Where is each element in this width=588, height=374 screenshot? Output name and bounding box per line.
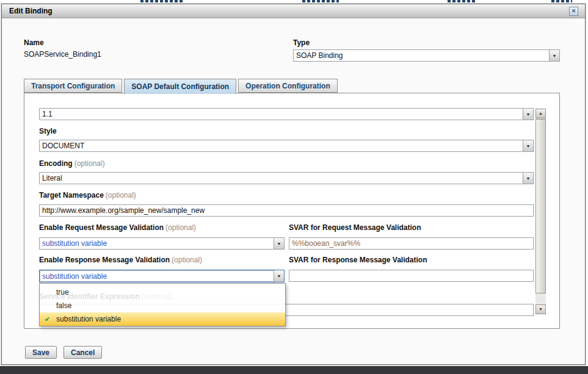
vertical-scrollbar[interactable]: ▲ ▼	[535, 109, 546, 314]
enable-response-validation-label: Enable Response Message Validation(optio…	[39, 256, 202, 264]
background-text-fragment	[551, 0, 572, 2]
style-label-text: Style	[39, 127, 57, 135]
enable-response-arrow-button[interactable]: ▼	[274, 270, 284, 282]
svar-response-label: SVAR for Response Message Validation	[289, 256, 427, 264]
scroll-down-icon: ▼	[539, 307, 543, 311]
enable-request-label-text: Enable Request Message Validation	[39, 223, 164, 232]
style-arrow-button[interactable]: ▼	[523, 140, 533, 151]
enable-response-label-text: Enable Response Message Validation	[39, 256, 170, 264]
svar-request-input[interactable]	[289, 237, 534, 250]
encoding-label: Encoding(optional)	[39, 159, 105, 168]
enable-request-validation-dropdown[interactable]: substitution variable ▼	[39, 237, 285, 250]
encoding-label-text: Encoding	[39, 159, 73, 168]
svar-response-input[interactable]	[289, 270, 534, 282]
tab-soap-default-configuration[interactable]: SOAP Default Configuration	[124, 79, 236, 94]
enable-response-validation-dropdown[interactable]: substitution variable ▼	[39, 270, 285, 282]
style-value: DOCUMENT	[40, 142, 523, 150]
chevron-down-icon: ▼	[277, 242, 281, 246]
name-label: Name	[24, 38, 44, 47]
enable-request-validation-label: Enable Request Message Validation(option…	[39, 223, 196, 232]
chevron-down-icon: ▼	[553, 54, 557, 58]
encoding-value: Literal	[40, 174, 523, 182]
encoding-dropdown[interactable]: Literal ▼	[39, 172, 534, 184]
chevron-down-icon: ▼	[526, 176, 531, 181]
background-text-fragment	[448, 0, 477, 2]
optional-suffix: (optional)	[74, 159, 105, 168]
enable-request-validation-value: substitution variable	[40, 239, 274, 248]
optional-suffix: (optional)	[172, 256, 202, 264]
chevron-down-icon: ▼	[526, 144, 531, 148]
cancel-button[interactable]: Cancel	[64, 346, 102, 359]
type-dropdown-value: SOAP Binding	[294, 51, 549, 60]
enable-request-arrow-button[interactable]: ▼	[274, 238, 284, 249]
close-icon: ✕	[572, 8, 576, 14]
optional-suffix: (optional)	[165, 223, 196, 232]
type-dropdown-arrow-button[interactable]: ▼	[549, 50, 559, 61]
chevron-down-icon: ▼	[277, 274, 281, 278]
soap-version-arrow-button[interactable]: ▼	[523, 109, 533, 120]
tab-operation-configuration[interactable]: Operation Configuration	[238, 79, 338, 93]
tab-bar: Transport Configuration SOAP Default Con…	[24, 79, 338, 93]
chevron-down-icon: ▼	[526, 112, 531, 117]
style-label: Style	[39, 127, 57, 135]
close-button[interactable]: ✕	[569, 7, 578, 16]
tab-content-panel: 1.1 ▼ Style DOCUMENT ▼ Encoding(optional…	[24, 93, 560, 329]
target-namespace-label-text: Target Namespace	[39, 191, 104, 200]
save-button[interactable]: Save	[25, 346, 57, 359]
edit-binding-dialog: Edit Binding ✕ Name SOAPService_Binding1…	[1, 4, 586, 365]
target-namespace-label: Target Namespace(optional)	[39, 191, 136, 200]
svar-request-label: SVAR for Request Message Validation	[289, 223, 421, 232]
scroll-up-icon: ▲	[539, 111, 543, 115]
optional-suffix: (optional)	[106, 191, 136, 200]
dropdown-option-label: substitution variable	[56, 315, 121, 323]
dropdown-options-list: true false ✔ substitution variable	[39, 283, 286, 326]
soap-version-value: 1.1	[40, 110, 523, 118]
dropdown-option-true[interactable]: true	[40, 286, 285, 299]
check-icon: ✔	[45, 312, 50, 326]
name-value: SOAPService_Binding1	[24, 50, 101, 59]
dropdown-option-false[interactable]: false	[40, 299, 285, 312]
scroll-up-button[interactable]: ▲	[535, 109, 546, 118]
target-namespace-input[interactable]	[39, 204, 534, 217]
type-label: Type	[293, 38, 310, 47]
dialog-title: Edit Binding	[9, 7, 53, 15]
enable-response-validation-value: substitution variable	[40, 272, 274, 281]
tab-transport-configuration[interactable]: Transport Configuration	[24, 79, 122, 93]
dialog-titlebar: Edit Binding ✕	[2, 4, 585, 18]
soap-version-dropdown[interactable]: 1.1 ▼	[39, 108, 534, 120]
scroll-down-button[interactable]: ▼	[535, 304, 546, 314]
background-text-fragment	[140, 0, 184, 2]
style-dropdown[interactable]: DOCUMENT ▼	[39, 140, 534, 152]
scrollbar-thumb[interactable]	[535, 119, 546, 293]
bottom-dark-bar	[0, 366, 588, 374]
type-dropdown[interactable]: SOAP Binding ▼	[293, 49, 560, 62]
encoding-arrow-button[interactable]: ▼	[523, 173, 533, 184]
background-text-fragment	[302, 0, 339, 2]
dropdown-option-substitution-variable[interactable]: ✔ substitution variable	[40, 312, 285, 326]
